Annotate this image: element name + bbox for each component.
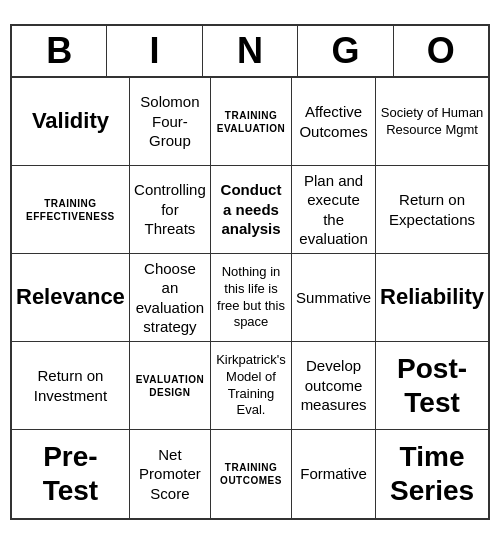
bingo-cell-5: TRAINING EFFECTIVENESS — [12, 166, 130, 254]
bingo-cell-15: Return on Investment — [12, 342, 130, 430]
header-letter-I: I — [107, 26, 202, 76]
header-letter-G: G — [298, 26, 393, 76]
cell-text-20: Pre-Test — [16, 440, 125, 507]
bingo-cell-14: Reliability — [376, 254, 488, 342]
cell-text-0: Validity — [32, 108, 109, 134]
header-letter-B: B — [12, 26, 107, 76]
cell-text-5: TRAINING EFFECTIVENESS — [16, 197, 125, 223]
bingo-cell-20: Pre-Test — [12, 430, 130, 518]
bingo-cell-1: Solomon Four-Group — [130, 78, 211, 166]
cell-text-6: Controlling for Threats — [134, 180, 206, 239]
cell-text-7: Conduct a needs analysis — [215, 180, 287, 239]
bingo-grid: ValiditySolomon Four-GroupTRAINING EVALU… — [12, 78, 488, 518]
bingo-cell-16: EVALUATION DESIGN — [130, 342, 211, 430]
cell-text-4: Society of Human Resource Mgmt — [380, 105, 484, 139]
bingo-cell-13: Summative — [292, 254, 376, 342]
bingo-cell-4: Society of Human Resource Mgmt — [376, 78, 488, 166]
cell-text-19: Post-Test — [380, 352, 484, 419]
cell-text-15: Return on Investment — [16, 366, 125, 405]
cell-text-11: Choose an evaluation strategy — [134, 259, 206, 337]
cell-text-9: Return on Expectations — [380, 190, 484, 229]
cell-text-22: TRAINING OUTCOMES — [215, 461, 287, 487]
bingo-cell-11: Choose an evaluation strategy — [130, 254, 211, 342]
bingo-cell-17: Kirkpatrick's Model of Training Eval. — [211, 342, 292, 430]
bingo-card: BINGO ValiditySolomon Four-GroupTRAINING… — [10, 24, 490, 520]
bingo-cell-19: Post-Test — [376, 342, 488, 430]
bingo-cell-10: Relevance — [12, 254, 130, 342]
cell-text-18: Develop outcome measures — [296, 356, 371, 415]
bingo-cell-0: Validity — [12, 78, 130, 166]
bingo-cell-7: Conduct a needs analysis — [211, 166, 292, 254]
bingo-cell-22: TRAINING OUTCOMES — [211, 430, 292, 518]
cell-text-23: Formative — [300, 464, 367, 484]
cell-text-14: Reliability — [380, 284, 484, 310]
bingo-cell-21: Net Promoter Score — [130, 430, 211, 518]
cell-text-10: Relevance — [16, 284, 125, 310]
cell-text-24: Time Series — [380, 440, 484, 507]
bingo-cell-23: Formative — [292, 430, 376, 518]
bingo-cell-24: Time Series — [376, 430, 488, 518]
header-letter-N: N — [203, 26, 298, 76]
cell-text-16: EVALUATION DESIGN — [134, 373, 206, 399]
header-letter-O: O — [394, 26, 488, 76]
bingo-cell-3: Affective Outcomes — [292, 78, 376, 166]
bingo-cell-18: Develop outcome measures — [292, 342, 376, 430]
bingo-cell-12: Nothing in this life is free but this sp… — [211, 254, 292, 342]
bingo-cell-9: Return on Expectations — [376, 166, 488, 254]
bingo-cell-2: TRAINING EVALUATION — [211, 78, 292, 166]
bingo-header: BINGO — [12, 26, 488, 78]
cell-text-13: Summative — [296, 288, 371, 308]
bingo-cell-8: Plan and execute the evaluation — [292, 166, 376, 254]
cell-text-2: TRAINING EVALUATION — [215, 109, 287, 135]
cell-text-8: Plan and execute the evaluation — [296, 171, 371, 249]
cell-text-12: Nothing in this life is free but this sp… — [215, 264, 287, 332]
cell-text-17: Kirkpatrick's Model of Training Eval. — [215, 352, 287, 420]
cell-text-1: Solomon Four-Group — [134, 92, 206, 151]
cell-text-21: Net Promoter Score — [134, 445, 206, 504]
bingo-cell-6: Controlling for Threats — [130, 166, 211, 254]
cell-text-3: Affective Outcomes — [296, 102, 371, 141]
